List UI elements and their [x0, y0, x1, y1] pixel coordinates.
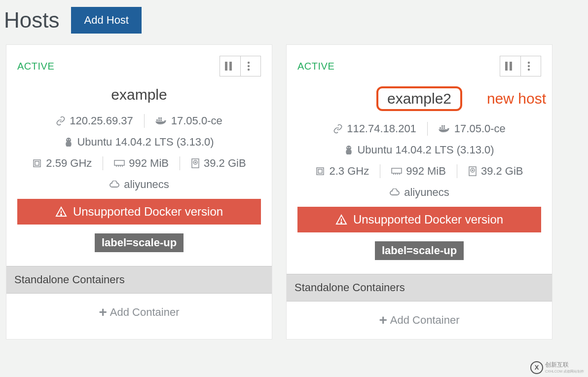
docker-icon [155, 116, 167, 125]
host-docker-version: 17.05.0-ce [145, 114, 233, 127]
svg-rect-31 [441, 127, 443, 129]
svg-rect-26 [510, 62, 512, 71]
containers-section-header: Standalone Containers [287, 274, 552, 302]
disk-value: 39.2 GiB [481, 165, 523, 178]
svg-point-3 [248, 65, 250, 67]
hosts-grid: ACTIVE example [0, 44, 588, 339]
svg-point-4 [248, 69, 250, 71]
watermark-sub: CXHLCOM 成都网站制作 [545, 369, 584, 374]
containers-section-header: Standalone Containers [6, 266, 272, 294]
svg-rect-6 [158, 119, 160, 121]
linux-icon [64, 137, 73, 147]
more-button[interactable] [520, 56, 541, 76]
warning-icon [335, 214, 347, 225]
svg-point-28 [528, 65, 530, 67]
annotation-label: new host [487, 90, 546, 107]
cloud-icon [389, 188, 400, 196]
svg-rect-38 [317, 168, 324, 175]
disk-icon [468, 166, 477, 176]
page-title: Hosts [4, 8, 59, 33]
pause-button[interactable] [220, 56, 240, 76]
host-docker-version: 17.05.0-ce [428, 122, 516, 135]
warning-banner: Unsupported Docker version [17, 199, 261, 225]
provider-value: aliyunecs [404, 186, 449, 199]
host-name: example2 [376, 86, 462, 111]
svg-rect-5 [156, 119, 158, 121]
memory-icon [391, 167, 402, 175]
add-container-label: Add Container [390, 314, 460, 327]
host-provider: aliyunecs [378, 186, 460, 199]
svg-point-47 [472, 170, 473, 171]
disk-icon [191, 158, 200, 168]
page-header: Hosts Add Host [0, 0, 588, 44]
svg-rect-7 [160, 119, 162, 121]
ip-value: 120.25.69.37 [70, 114, 133, 127]
host-status: ACTIVE [17, 61, 54, 72]
more-icon [527, 61, 530, 71]
cpu-value: 2.3 GHz [329, 165, 369, 178]
add-container-button[interactable]: + Add Container [6, 294, 272, 331]
svg-rect-30 [440, 127, 441, 129]
warning-text: Unsupported Docker version [73, 205, 223, 219]
svg-rect-8 [158, 117, 160, 119]
svg-point-11 [67, 139, 68, 140]
memory-value: 992 MiB [406, 165, 446, 178]
provider-value: aliyunecs [124, 178, 169, 191]
add-host-button[interactable]: Add Host [71, 7, 142, 34]
svg-point-36 [347, 147, 348, 148]
docker-version-value: 17.05.0-ce [454, 122, 506, 135]
plus-icon: + [379, 312, 387, 328]
host-label: label=scale-up [95, 233, 184, 252]
os-value: Ubuntu 14.04.2 LTS (3.13.0) [357, 144, 494, 156]
warning-text: Unsupported Docker version [353, 213, 503, 226]
svg-rect-1 [229, 62, 232, 71]
svg-point-22 [195, 162, 196, 163]
host-label: label=scale-up [375, 241, 464, 260]
memory-value: 992 MiB [129, 157, 169, 170]
memory-icon [114, 159, 125, 167]
host-actions [220, 56, 261, 76]
host-actions [500, 56, 541, 76]
svg-point-12 [69, 139, 70, 140]
host-card: ACTIVE example [6, 44, 272, 339]
host-disk: 39.2 GiB [180, 157, 257, 170]
more-button[interactable] [240, 56, 261, 76]
host-name: example [111, 86, 167, 103]
svg-rect-39 [318, 169, 322, 173]
warning-icon [55, 206, 67, 217]
svg-rect-0 [225, 62, 227, 71]
cpu-icon [315, 166, 325, 176]
host-cpu: 2.3 GHz [304, 165, 380, 178]
cpu-icon [32, 158, 42, 168]
warning-banner: Unsupported Docker version [297, 207, 541, 232]
svg-rect-13 [34, 160, 40, 167]
svg-rect-14 [35, 161, 39, 165]
svg-rect-34 [443, 125, 445, 127]
more-icon [247, 61, 250, 71]
host-name-row: example [17, 86, 261, 103]
disk-value: 39.2 GiB [204, 157, 246, 170]
svg-point-49 [341, 222, 342, 223]
svg-point-2 [248, 62, 250, 64]
svg-point-29 [528, 69, 530, 71]
link-icon [333, 124, 343, 134]
host-os: Ubuntu 14.04.2 LTS (3.13.0) [333, 144, 505, 156]
host-memory: 992 MiB [380, 165, 457, 178]
svg-point-35 [346, 146, 351, 151]
host-status: ACTIVE [297, 61, 334, 72]
docker-icon [439, 124, 450, 133]
svg-rect-25 [505, 62, 508, 71]
add-container-label: Add Container [110, 306, 180, 319]
svg-point-24 [61, 214, 62, 215]
watermark-brand: 创新互联 [545, 361, 569, 368]
plus-icon: + [99, 304, 107, 320]
add-container-button[interactable]: + Add Container [287, 302, 552, 339]
host-ip: 120.25.69.37 [45, 114, 144, 127]
svg-rect-33 [441, 125, 443, 127]
svg-rect-32 [443, 127, 445, 129]
pause-button[interactable] [500, 56, 520, 76]
svg-point-37 [349, 147, 350, 148]
cloud-icon [109, 181, 120, 188]
host-cpu: 2.59 GHz [21, 157, 103, 170]
watermark: X 创新互联 CXHLCOM 成都网站制作 [530, 361, 584, 374]
